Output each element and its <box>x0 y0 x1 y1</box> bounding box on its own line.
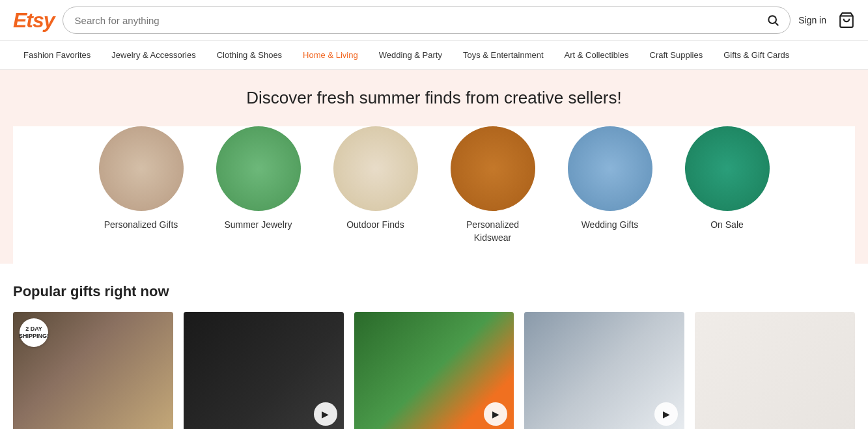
search-input[interactable] <box>63 8 757 33</box>
nav-item-home-living[interactable]: Home & Living <box>292 41 369 69</box>
nav-item-fashion-favorites[interactable]: Fashion Favorites <box>13 41 101 69</box>
category-label: On Sale <box>710 219 744 232</box>
category-circle <box>99 126 184 211</box>
category-circle <box>568 126 652 211</box>
category-circle <box>216 126 301 211</box>
popular-title: Popular gifts right now <box>13 283 855 300</box>
banner: Discover fresh summer finds from creativ… <box>0 70 868 264</box>
banner-title: Discover fresh summer finds from creativ… <box>13 88 855 108</box>
category-circle <box>451 126 535 211</box>
svg-line-1 <box>776 23 779 26</box>
main-nav: Fashion FavoritesJewelry & AccessoriesCl… <box>0 41 868 70</box>
product-grid: 2 DAY SHIPPING!▶▶▶ <box>13 312 855 429</box>
nav-item-wedding-party[interactable]: Wedding & Party <box>369 41 453 69</box>
category-label: Wedding Gifts <box>581 219 639 232</box>
categories-row: Personalized GiftsSummer JewelryOutdoor … <box>13 126 855 264</box>
category-label: Personalized Gifts <box>104 219 178 232</box>
cart-icon[interactable] <box>838 12 855 29</box>
nav-item-toys-entertainment[interactable]: Toys & Entertainment <box>453 41 554 69</box>
category-item[interactable]: Wedding Gifts <box>568 126 652 244</box>
search-icon <box>766 14 779 27</box>
category-item[interactable]: Personalized Gifts <box>99 126 184 244</box>
product-image <box>695 312 855 429</box>
nav-item-craft-supplies[interactable]: Craft Supplies <box>639 41 714 69</box>
category-item[interactable]: Summer Jewelry <box>216 126 301 244</box>
product-card[interactable]: ▶ <box>184 312 344 429</box>
play-button[interactable]: ▶ <box>314 402 337 426</box>
shopping-cart-icon <box>838 12 855 29</box>
svg-point-0 <box>769 16 777 23</box>
category-label: Outdoor Finds <box>346 219 404 232</box>
sign-in-link[interactable]: Sign in <box>798 15 826 25</box>
category-label: Summer Jewelry <box>224 219 292 232</box>
search-button[interactable] <box>756 7 790 33</box>
category-circle <box>685 126 770 211</box>
product-badge: 2 DAY SHIPPING! <box>20 318 48 347</box>
etsy-logo[interactable]: Etsy <box>13 8 55 33</box>
product-card[interactable] <box>695 312 855 429</box>
nav-item-gifts-gift-cards[interactable]: Gifts & Gift Cards <box>713 41 800 69</box>
category-item[interactable]: Personalized Kidswear <box>451 126 535 244</box>
product-card[interactable]: ▶ <box>354 312 514 429</box>
header-actions: Sign in <box>798 12 855 29</box>
nav-item-art-collectibles[interactable]: Art & Collectibles <box>554 41 639 69</box>
search-bar <box>63 7 791 34</box>
category-item[interactable]: On Sale <box>685 126 770 244</box>
category-item[interactable]: Outdoor Finds <box>333 126 418 244</box>
header: Etsy Sign in <box>0 0 868 41</box>
nav-item-clothing-shoes[interactable]: Clothing & Shoes <box>206 41 292 69</box>
nav-item-jewelry-accessories[interactable]: Jewelry & Accessories <box>101 41 206 69</box>
popular-section: Popular gifts right now 2 DAY SHIPPING!▶… <box>0 264 868 429</box>
product-card[interactable]: 2 DAY SHIPPING! <box>13 312 173 429</box>
category-circle <box>333 126 418 211</box>
category-label: Personalized Kidswear <box>451 219 535 244</box>
product-card[interactable]: ▶ <box>524 312 684 429</box>
